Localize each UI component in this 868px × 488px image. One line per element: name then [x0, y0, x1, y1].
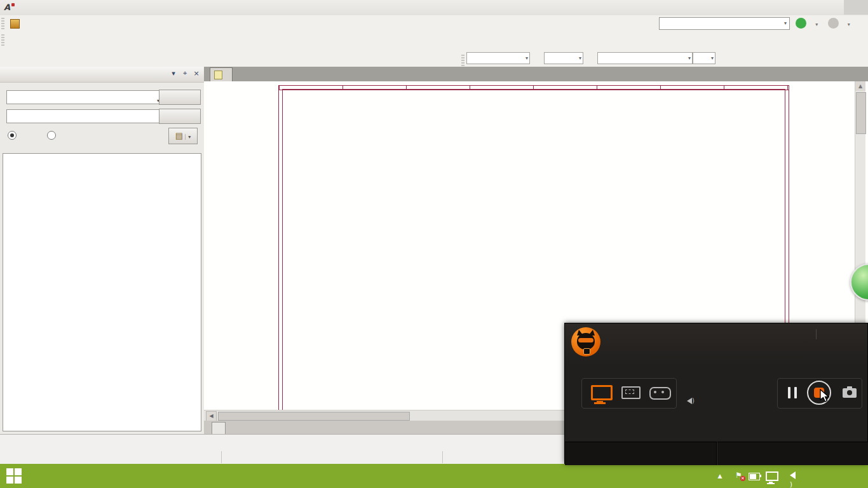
close-button[interactable]: [844, 0, 868, 15]
game-mode-icon[interactable]: [649, 387, 671, 400]
area-mode-icon[interactable]: [621, 386, 641, 399]
pause-button[interactable]: [788, 387, 797, 398]
speaker-icon[interactable]: ): [687, 397, 695, 406]
toolbar-drag-handle: [1, 18, 4, 29]
cursor-coordinates: [5, 453, 12, 462]
chevron-down-icon[interactable]: ▾: [810, 17, 823, 30]
scroll-left-icon[interactable]: ◀: [206, 411, 217, 421]
workspace-button[interactable]: [159, 90, 201, 105]
forward-icon[interactable]: [828, 18, 839, 29]
battery-icon[interactable]: [749, 473, 760, 480]
scroll-up-icon[interactable]: ▲: [855, 81, 865, 91]
tray-expand-icon[interactable]: ▲: [714, 473, 726, 479]
structure-radio[interactable]: [47, 131, 56, 140]
volume-icon[interactable]: ): [790, 471, 796, 488]
chevron-down-icon: ▾: [526, 55, 528, 61]
edit-video-button[interactable]: [717, 442, 868, 465]
my-videos-button[interactable]: [565, 442, 717, 465]
panel-menu-icon[interactable]: ▾: [168, 69, 179, 78]
toolbar-drag-handle: [1, 34, 4, 46]
project-combo[interactable]: [6, 109, 162, 123]
editor-tab[interactable]: [212, 422, 226, 435]
vertical-scroll-thumb[interactable]: [856, 92, 866, 134]
status-separator: [221, 451, 222, 463]
chevron-down-icon: ▾: [688, 55, 691, 61]
minimize-button[interactable]: [796, 0, 820, 15]
kk-capture-mode-group: [581, 378, 677, 409]
chevron-down-icon[interactable]: ▾: [842, 17, 855, 30]
pin-icon[interactable]: ⌖: [180, 69, 190, 78]
schdoc-file-icon: [214, 71, 222, 79]
windows-taskbar: ▲ ⚑✕ ): [0, 464, 868, 488]
workspace-combo[interactable]: ▾: [6, 90, 162, 104]
menu-bar: ▾ ▾ ▾: [0, 15, 868, 32]
format-combo-4[interactable]: ▾: [693, 52, 715, 64]
format-combo-2[interactable]: ▾: [544, 52, 583, 64]
secondary-toolbar: ▾ ▾ ▾ ▾: [0, 50, 868, 67]
dxp-icon: [10, 19, 20, 29]
format-combo-1[interactable]: ▾: [466, 52, 530, 64]
project-tree: [3, 153, 201, 431]
chevron-down-icon: ▾: [185, 134, 191, 140]
panel-tool-button[interactable]: ▤▾: [168, 128, 198, 144]
chevron-down-icon: ▾: [711, 55, 714, 61]
document-tab-bar: [204, 67, 868, 81]
kk-logo-icon: [571, 327, 600, 356]
action-center-icon[interactable]: ⚑✕: [735, 471, 743, 480]
horizontal-scroll-thumb[interactable]: [218, 412, 410, 421]
document-path-combo[interactable]: ▾: [659, 17, 790, 30]
menubar-right-tools: ▾ ▾ ▾: [655, 15, 868, 32]
fullscreen-mode-icon[interactable]: [591, 385, 613, 400]
projects-panel-header: ▾ ⌖ ×: [0, 67, 204, 83]
screenshot-button[interactable]: [843, 388, 857, 398]
status-separator: [442, 451, 443, 463]
altium-app-icon: A: [4, 3, 14, 13]
back-icon[interactable]: [796, 18, 806, 29]
files-radio[interactable]: [8, 131, 17, 140]
restore-button[interactable]: [820, 0, 844, 15]
recorder-watermark: [17, 368, 31, 369]
chevron-down-icon: ▾: [579, 55, 581, 61]
main-toolbar: [0, 32, 868, 50]
mouse-cursor: [820, 389, 832, 403]
panel-close-icon[interactable]: ×: [191, 69, 201, 78]
toolbar-drag-handle: [461, 55, 465, 66]
chevron-down-icon: ▾: [784, 18, 787, 29]
start-button[interactable]: [6, 468, 23, 484]
kk-header-separator: [816, 329, 817, 339]
project-button[interactable]: [159, 109, 201, 124]
format-combo-3[interactable]: ▾: [597, 52, 693, 64]
tab-51-schdoc[interactable]: [210, 67, 233, 82]
title-bar: A: [0, 0, 868, 16]
network-icon[interactable]: [766, 471, 778, 481]
projects-panel: ▾ ⌖ × ▾ ▤▾: [0, 67, 205, 434]
